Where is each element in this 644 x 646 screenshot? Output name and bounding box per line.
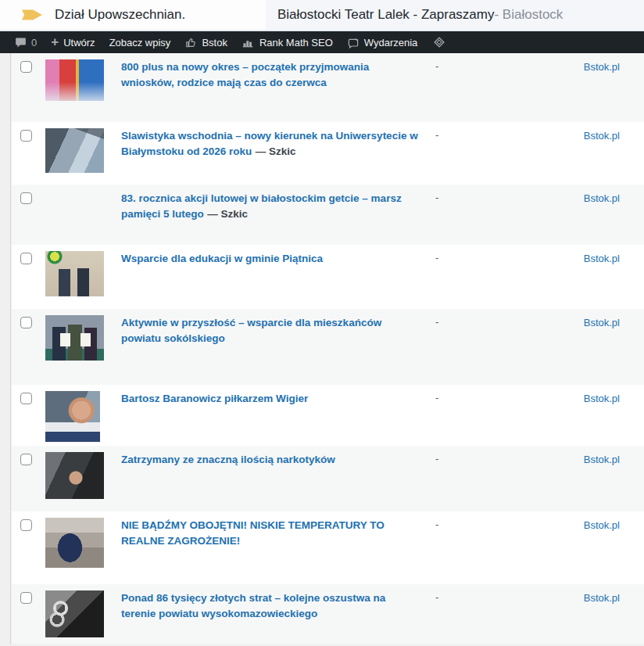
meta-dash: - (435, 518, 584, 532)
wp-admin-bar: 0 + Utwórz Zobacz wpisy Bstok Rank Math … (0, 31, 644, 53)
post-title-link[interactable]: 83. rocznica akcji lutowej w białostocki… (121, 192, 402, 220)
post-state: — Szkic (207, 208, 248, 220)
post-thumbnail (45, 128, 104, 173)
meta-dash: - (435, 59, 584, 74)
table-row: Zatrzymany ze znaczną ilością narkotyków… (12, 446, 644, 511)
post-title-link[interactable]: NIE BĄDŹMY OBOJĘTNI! NISKIE TEMPERATURY … (121, 519, 385, 547)
post-thumbnail (45, 59, 104, 101)
calendar-icon (347, 37, 360, 48)
row-checkbox[interactable] (20, 393, 32, 404)
post-thumbnail (45, 251, 104, 296)
meta-dash: - (435, 315, 584, 329)
comments-count: 0 (31, 37, 37, 48)
meta-dash: - (435, 191, 584, 205)
new-label: Utwórz (63, 37, 95, 48)
row-checkbox[interactable] (20, 454, 32, 465)
inactive-tab-title-suffix: - Białostock (494, 7, 563, 23)
site-link[interactable]: Bstok.pl (584, 192, 620, 204)
browser-tab-inactive[interactable]: Białostocki Teatr Lalek - Zapraszamy - B… (266, 0, 644, 30)
comment-icon (15, 37, 27, 48)
post-title-link[interactable]: Bartosz Baranowicz piłkarzem Wigier (121, 393, 308, 404)
post-title-link[interactable]: Ponad 86 tysięcy złotych strat – kolejne… (121, 592, 385, 619)
row-checkbox[interactable] (20, 130, 32, 142)
events-label: Wydarzenia (364, 37, 418, 48)
table-row: NIE BĄDŹMY OBOJĘTNI! NISKIE TEMPERATURY … (12, 511, 644, 584)
table-row: Aktywnie w przyszłość – wsparcie dla mie… (12, 309, 644, 385)
table-row: Wsparcie dla edukacji w gminie Piątnica … (12, 245, 644, 309)
thumb-up-icon (184, 37, 197, 48)
admin-bar-diamond[interactable] (424, 31, 454, 53)
admin-bar-bstok[interactable]: Bstok (177, 31, 234, 53)
posts-list-page: 800 plus na nowy okres – początek przyjm… (0, 53, 644, 644)
row-checkbox[interactable] (20, 519, 32, 531)
gold-arrow-favicon-icon (22, 7, 42, 23)
browser-tab-active[interactable]: Dział Upowszechnian. (0, 0, 266, 30)
meta-dash: - (435, 251, 584, 265)
post-thumbnail (45, 391, 100, 442)
site-link[interactable]: Bstok.pl (584, 130, 620, 142)
inactive-tab-title: Białostocki Teatr Lalek - Zapraszamy (277, 7, 494, 23)
site-link[interactable]: Bstok.pl (584, 393, 620, 404)
post-title-link[interactable]: Aktywnie w przyszłość – wsparcie dla mie… (121, 317, 381, 344)
post-title-link[interactable]: Zatrzymany ze znaczną ilością narkotyków (121, 454, 335, 465)
posts-table: 800 plus na nowy okres – początek przyjm… (12, 53, 644, 644)
admin-bar-comments[interactable]: 0 (8, 31, 44, 53)
post-thumbnail (45, 315, 104, 361)
table-row: 800 plus na nowy okres – początek przyjm… (12, 53, 644, 122)
row-checkbox[interactable] (20, 61, 32, 73)
table-row: Bartosz Baranowicz piłkarzem Wigier - Bs… (12, 385, 644, 446)
table-row: 83. rocznica akcji lutowej w białostocki… (12, 185, 644, 245)
post-title-link[interactable]: 800 plus na nowy okres – początek przyjm… (121, 61, 369, 88)
bar-chart-icon (242, 37, 255, 48)
active-tab-title: Dział Upowszechnian. (55, 7, 185, 23)
plus-icon: + (51, 35, 59, 48)
site-link[interactable]: Bstok.pl (584, 519, 620, 531)
bstok-label: Bstok (202, 37, 227, 48)
diamond-icon (431, 34, 447, 50)
row-checkbox[interactable] (20, 253, 32, 264)
admin-bar-new[interactable]: + Utwórz (44, 31, 102, 53)
meta-dash: - (435, 128, 584, 142)
browser-tab-bar: Dział Upowszechnian. Białostocki Teatr L… (0, 0, 644, 31)
admin-bar-events[interactable]: Wydarzenia (340, 31, 425, 53)
post-title-link[interactable]: Wsparcie dla edukacji w gminie Piątnica (121, 253, 323, 264)
table-row: Ponad 86 tysięcy złotych strat – kolejne… (12, 584, 644, 644)
admin-bar-rank-math[interactable]: Rank Math SEO (234, 31, 340, 53)
meta-dash: - (435, 391, 584, 405)
meta-dash: - (435, 452, 584, 466)
post-thumbnail (45, 590, 104, 637)
row-checkbox[interactable] (20, 192, 32, 204)
table-row: Slawistyka wschodnia – nowy kierunek na … (12, 122, 644, 185)
site-link[interactable]: Bstok.pl (584, 317, 620, 328)
site-link[interactable]: Bstok.pl (584, 454, 620, 465)
view-posts-label: Zobacz wpisy (109, 37, 171, 48)
admin-bar-view-posts[interactable]: Zobacz wpisy (102, 31, 178, 53)
row-checkbox[interactable] (20, 592, 32, 604)
meta-dash: - (435, 590, 584, 605)
post-state: — Szkic (256, 145, 296, 157)
site-link[interactable]: Bstok.pl (584, 61, 620, 73)
row-checkbox[interactable] (20, 317, 32, 328)
page-left-gutter (0, 53, 11, 644)
post-thumbnail (45, 518, 104, 568)
site-link[interactable]: Bstok.pl (584, 592, 620, 604)
post-thumbnail (45, 452, 104, 499)
rank-math-label: Rank Math SEO (259, 37, 333, 48)
post-thumbnail (45, 191, 104, 238)
site-link[interactable]: Bstok.pl (584, 253, 620, 264)
